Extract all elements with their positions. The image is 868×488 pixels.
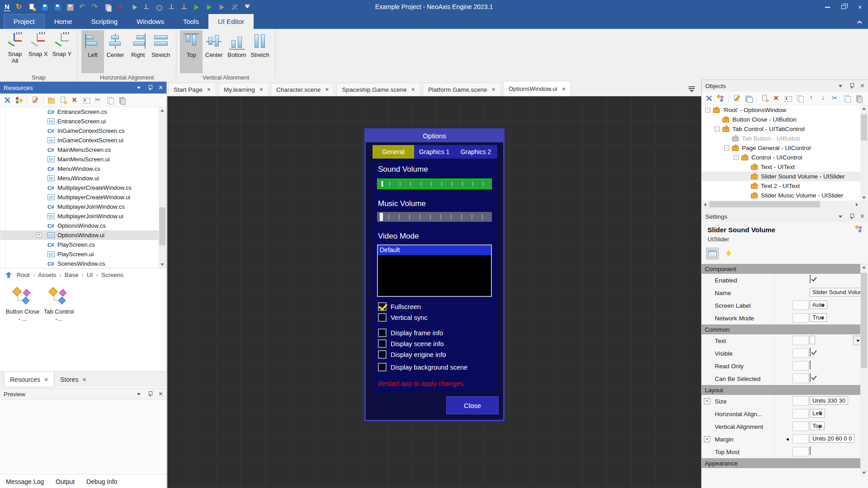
ribbon-button-center[interactable]: Center [104, 30, 127, 73]
ribbon-button-bottom[interactable]: Bottom [225, 30, 248, 73]
document-tab-spaceship-game-scene[interactable]: Spaceship Game.scene× [336, 83, 420, 96]
close-icon[interactable]: × [852, 0, 868, 14]
dialog-checkbox-row[interactable]: Display scene info [378, 339, 444, 348]
file-item[interactable]: Tab Control -... [42, 287, 76, 323]
ribbon-button-snap-all[interactable]: Snap All [4, 30, 26, 73]
close-icon[interactable]: × [325, 86, 329, 93]
checkbox[interactable] [810, 373, 811, 382]
settings-scrollbar[interactable] [860, 264, 868, 476]
play-icon[interactable] [193, 3, 200, 11]
ribbon-button-snap-x[interactable]: Snap X [26, 30, 50, 73]
checkbox[interactable] [378, 313, 387, 322]
dialog-tab-general[interactable]: General [373, 145, 414, 159]
close-icon[interactable]: × [44, 376, 48, 383]
more-icon[interactable] [243, 3, 251, 11]
options-dialog[interactable]: Options GeneralGraphics 1Graphics 2 Soun… [364, 128, 505, 421]
dropdown[interactable]: Left [810, 409, 825, 418]
checkbox[interactable] [378, 350, 387, 359]
tree-item-ingamecontextscreen.ui[interactable]: InGameContextScreen.ui [0, 136, 159, 145]
run-icon[interactable] [205, 3, 213, 11]
display-options-icon[interactable] [15, 96, 23, 104]
move-icon[interactable] [142, 3, 150, 11]
text-field[interactable] [810, 336, 815, 344]
dropdown[interactable]: Auto [810, 300, 827, 309]
sound-volume-slider[interactable] [377, 178, 492, 189]
ribbon-button-left[interactable]: Left [81, 30, 104, 73]
tools-icon[interactable] [3, 96, 11, 104]
snap-icon[interactable] [180, 3, 188, 11]
tree-item-sceneswindow.cs[interactable]: C#ScenesWindow.cs [0, 259, 159, 268]
ribbon-button-stretch[interactable]: Stretch [248, 30, 271, 73]
play-disabled-icon[interactable] [218, 3, 226, 11]
close-icon[interactable]: × [83, 376, 86, 383]
settings-section-component[interactable]: Component [702, 264, 860, 274]
tools-icon[interactable] [231, 3, 238, 11]
document-tab-character-scene[interactable]: Character.scene× [271, 83, 335, 96]
video-mode-item[interactable]: Default [378, 245, 491, 255]
move-down-icon[interactable] [820, 94, 827, 102]
dialog-checkbox-row[interactable]: Display engine info [378, 350, 446, 359]
copy-icon[interactable] [106, 96, 114, 104]
tree-item-multiplayerjoinwindow.cs[interactable]: C#MultiplayerJoinWindow.cs [0, 202, 159, 211]
expander-icon[interactable]: - [724, 145, 729, 150]
breadcrumb-item-screens[interactable]: Screens [101, 272, 124, 278]
ribbon-button-right[interactable]: Right [127, 30, 149, 73]
navigate-up-icon[interactable] [5, 272, 12, 278]
ribbon-button-top[interactable]: Top [180, 30, 203, 73]
neoaxis-logo[interactable]: N [4, 3, 10, 11]
menu-tab-ui-editor[interactable]: UI Editor [208, 14, 254, 29]
move-up-icon[interactable] [808, 94, 816, 102]
paste-icon[interactable] [855, 94, 863, 102]
file-item[interactable]: Button Close - ... [5, 287, 40, 323]
dialog-checkbox-row[interactable]: Display frame info [378, 328, 443, 337]
object-tree-item[interactable]: Tab Button - UIButton [702, 134, 860, 143]
redo-icon[interactable] [91, 3, 99, 11]
checkbox[interactable] [378, 339, 387, 348]
checkbox[interactable] [810, 361, 811, 369]
checkbox[interactable] [810, 446, 811, 455]
checkbox[interactable] [810, 275, 811, 283]
bottom-tab-message-log[interactable]: Message Log [6, 478, 44, 485]
document-tab-start-page[interactable]: Start Page× [168, 83, 216, 96]
delete-icon[interactable] [71, 96, 79, 104]
pin-icon[interactable] [849, 83, 854, 89]
tree-item-entrancescreen.cs[interactable]: C#EntranceScreen.cs [0, 107, 159, 117]
default-value-box[interactable] [793, 434, 809, 444]
close-icon[interactable]: × [492, 86, 495, 93]
pin-icon[interactable] [849, 213, 854, 220]
ribbon-button-center[interactable]: Center [203, 30, 225, 73]
default-value-box[interactable] [793, 336, 809, 345]
dialog-checkbox-row[interactable]: Vertical sync [378, 313, 427, 322]
component-actions-icon[interactable] [855, 225, 863, 233]
expander-icon[interactable]: + [37, 233, 42, 238]
objects-tree-vscrollbar[interactable] [860, 105, 868, 201]
dialog-checkbox-row[interactable]: Display background scene [378, 363, 467, 371]
breadcrumb-item-ui[interactable]: UI [87, 272, 93, 278]
tree-item-optionswindow.cs[interactable]: C#OptionsWindow.cs [0, 221, 159, 230]
expander-icon[interactable]: - [734, 155, 739, 160]
restore-icon[interactable] [835, 0, 852, 14]
settings-section-common[interactable]: Common [702, 324, 860, 334]
close-icon[interactable]: × [562, 85, 566, 93]
object-tree-item[interactable]: Text - UIText [702, 162, 860, 172]
panel-menu-icon[interactable] [839, 85, 842, 87]
default-value-box[interactable] [793, 313, 809, 323]
save-all-icon[interactable] [66, 3, 74, 11]
checkbox[interactable] [378, 328, 387, 337]
slider-thumb[interactable] [380, 213, 383, 221]
ui-editor-canvas[interactable]: Options GeneralGraphics 1Graphics 2 Soun… [167, 96, 701, 488]
close-icon[interactable]: × [860, 82, 864, 90]
object-tree-item[interactable]: Slider Sound Volume - UISlider [702, 172, 860, 181]
video-mode-list[interactable]: Default [377, 244, 492, 297]
dock-tab-stores[interactable]: Stores× [54, 372, 92, 387]
default-value-box[interactable] [793, 409, 809, 418]
default-value-box[interactable] [793, 447, 809, 456]
pin-icon[interactable] [148, 84, 152, 91]
rename-icon[interactable] [83, 96, 90, 104]
dialog-checkbox-row[interactable]: Fullscreen [378, 302, 421, 311]
delete-icon[interactable] [117, 3, 124, 11]
default-value-box[interactable] [793, 422, 809, 431]
tools-icon[interactable] [705, 94, 712, 102]
tree-item-optionswindow.ui[interactable]: +OptionsWindow.ui [0, 230, 159, 240]
paste-icon[interactable] [104, 3, 112, 11]
